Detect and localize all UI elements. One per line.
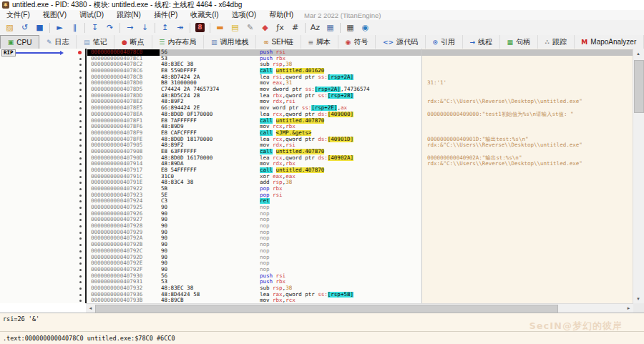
bytes-cell[interactable]: 48:89D9 bbox=[160, 124, 259, 130]
bytes-cell[interactable]: 66:894424 2E bbox=[160, 105, 259, 112]
address-cell[interactable]: 0000000000407928 bbox=[87, 223, 163, 230]
tab-breakpoints[interactable]: ●断点 bbox=[114, 35, 152, 49]
gutter-dot[interactable] bbox=[79, 237, 82, 240]
gutter-dot[interactable] bbox=[79, 82, 82, 84]
disasm-row[interactable]: 0000000000407924C3ret bbox=[0, 198, 633, 205]
address-cell[interactable]: 00000000004078E2 bbox=[87, 99, 163, 105]
gutter-dot[interactable] bbox=[79, 207, 82, 209]
disasm-row[interactable]: 000000000040792A90nop bbox=[0, 235, 633, 242]
disasm-row[interactable]: 00000000004078C153push rbx bbox=[0, 56, 633, 62]
address-cell[interactable]: 0000000000407914 bbox=[87, 161, 163, 167]
gutter-dot[interactable] bbox=[79, 151, 82, 153]
disasm-row[interactable]: 00000000004078FE48:8D0D 18170000lea rcx,… bbox=[0, 137, 633, 143]
comment-cell[interactable] bbox=[422, 198, 633, 205]
gutter-dot[interactable] bbox=[79, 244, 82, 246]
comment-cell[interactable] bbox=[422, 205, 633, 211]
instruction-cell[interactable]: lea rcx,qword ptr ds:[40901D] bbox=[258, 137, 424, 143]
bytes-cell[interactable]: 90 bbox=[160, 211, 259, 217]
instruction-cell[interactable]: ret bbox=[258, 198, 424, 205]
comment-cell[interactable] bbox=[422, 130, 633, 137]
disasm-row[interactable]: 00000000004078D0B8 31000000mov eax,3131:… bbox=[0, 80, 633, 87]
gutter-dot[interactable] bbox=[79, 77, 82, 79]
vertical-scrollbar[interactable]: ▲ ▼ bbox=[633, 49, 644, 303]
address-cell[interactable]: 0000000000407908 bbox=[87, 149, 163, 155]
patches-button[interactable]: ▬ bbox=[213, 21, 227, 34]
gutter-dot[interactable] bbox=[79, 281, 82, 283]
bytes-cell[interactable]: E8 54FFFFFF bbox=[160, 167, 259, 174]
gutter-dot[interactable] bbox=[79, 262, 82, 265]
step-out-button[interactable]: ↓ bbox=[138, 21, 152, 34]
address-cell[interactable]: 0000000000407924 bbox=[87, 198, 163, 205]
gutter-dot[interactable] bbox=[79, 219, 82, 221]
tab-handles[interactable]: ▦句柄 bbox=[500, 35, 538, 49]
gutter-dot[interactable] bbox=[79, 176, 82, 178]
instruction-cell[interactable]: nop bbox=[258, 235, 424, 242]
disasm-row[interactable]: 00000000004078F1E8 7AFFFFFFcall untitled… bbox=[0, 118, 633, 124]
instruction-cell[interactable]: call untitled.401620 bbox=[258, 68, 424, 74]
gutter-dot[interactable] bbox=[79, 114, 82, 116]
address-cell[interactable]: 000000000040792C bbox=[87, 248, 163, 255]
address-cell[interactable]: 0000000000407923 bbox=[87, 192, 163, 199]
instruction-cell[interactable]: nop bbox=[258, 230, 424, 236]
bytes-cell[interactable]: E8 559DFFFF bbox=[160, 68, 259, 74]
bytes-cell[interactable]: C74424 2A 74657374 bbox=[160, 87, 259, 93]
disasm-row[interactable]: 00000000004079235Epop rsi bbox=[0, 192, 633, 199]
gutter-dot[interactable] bbox=[79, 250, 82, 252]
gutter-dot[interactable] bbox=[79, 144, 82, 147]
gutter-dot[interactable] bbox=[79, 95, 82, 97]
address-cell[interactable]: 00000000004078FE bbox=[87, 137, 163, 143]
tab-references[interactable]: ⊙引用 bbox=[426, 35, 463, 49]
gutter-dot[interactable] bbox=[79, 257, 82, 259]
comment-cell[interactable]: 0000000000409000:"test1初始值为%s\n请输入st值: " bbox=[422, 112, 633, 118]
comment-cell[interactable] bbox=[422, 273, 633, 280]
instruction-cell[interactable]: xor eax,eax bbox=[258, 174, 424, 180]
disasm-row[interactable]: 00000000004078CB48:8D7424 2Alea rsi,qwor… bbox=[0, 74, 633, 81]
disasm-row[interactable]: 000000000040792790nop bbox=[0, 217, 633, 223]
vertical-scroll-thumb[interactable] bbox=[634, 60, 644, 113]
menu-item[interactable]: 收藏夹(I) bbox=[184, 10, 225, 20]
tab-notes[interactable]: ▤笔记 bbox=[77, 35, 114, 49]
bytes-cell[interactable]: 90 bbox=[160, 205, 259, 211]
comment-cell[interactable] bbox=[422, 180, 633, 186]
gutter-dot[interactable] bbox=[79, 126, 82, 128]
instruction-cell[interactable]: push rsi bbox=[258, 49, 424, 56]
run-to-user-code-button[interactable]: ↠ bbox=[173, 21, 187, 34]
disasm-row[interactable]: 000000000040792690nop bbox=[0, 211, 633, 217]
bytes-cell[interactable]: 90 bbox=[160, 217, 259, 223]
comment-cell[interactable]: rdx:&"C:\\Users\\Reverse\\Desktop\\untit… bbox=[422, 99, 633, 105]
scroll-up-arrow-icon[interactable]: ▲ bbox=[633, 49, 643, 58]
address-cell[interactable]: 0000000000407936 bbox=[87, 292, 163, 298]
gutter-dot[interactable] bbox=[79, 269, 82, 271]
address-cell[interactable]: 000000000040791E bbox=[87, 180, 163, 186]
calculator-button[interactable]: ▦ bbox=[323, 21, 337, 34]
disasm-row[interactable]: 000000000040793153push rbx bbox=[0, 279, 633, 285]
tab-log[interactable]: ✎日志 bbox=[39, 35, 77, 49]
address-cell[interactable]: 0000000000407929 bbox=[87, 230, 163, 236]
bytes-cell[interactable]: 53 bbox=[160, 56, 259, 62]
bytes-cell[interactable]: 90 bbox=[160, 267, 259, 273]
comment-cell[interactable] bbox=[422, 93, 633, 99]
disasm-row[interactable]: 000000000040790D48:8D0D 16170000lea rcx,… bbox=[0, 155, 633, 162]
bytes-cell[interactable]: E8 7AFFFFFF bbox=[160, 118, 259, 124]
disasm-row[interactable]: 00000000004078C6E8 559DFFFFcall untitled… bbox=[0, 68, 633, 74]
menu-item[interactable]: 插件(P) bbox=[147, 10, 184, 20]
menu-item[interactable]: 调试(D) bbox=[73, 10, 110, 20]
disasm-row[interactable]: 000000000040793056push rsi bbox=[0, 273, 633, 280]
scroll-left-arrow-icon[interactable]: ◄ bbox=[86, 304, 95, 313]
bytes-cell[interactable]: 48:8D0D 0F170000 bbox=[160, 112, 259, 118]
address-cell[interactable]: 00000000004078C2 bbox=[87, 62, 163, 68]
address-cell[interactable]: 00000000004078DD bbox=[87, 93, 163, 99]
disasm-row[interactable]: 000000000040793B48:89CBmov rbx,rcx bbox=[0, 298, 633, 303]
comment-cell[interactable] bbox=[422, 211, 633, 217]
disasm-row[interactable]: 00000000004078DD48:8D5C24 28lea rbx,qwor… bbox=[0, 93, 633, 99]
disasm-row[interactable]: 000000000040791C31C0xor eax,eax bbox=[0, 174, 633, 180]
bytes-cell[interactable]: 48:89CB bbox=[160, 298, 259, 303]
comment-cell[interactable] bbox=[422, 260, 633, 267]
help-globe-button[interactable]: ◉ bbox=[358, 21, 372, 34]
address-cell[interactable]: 0000000000407917 bbox=[87, 167, 163, 174]
tab-seh[interactable]: ∞SEH链 bbox=[256, 35, 301, 49]
instruction-cell[interactable]: sub rsp,38 bbox=[258, 285, 424, 292]
address-cell[interactable]: 0000000000407905 bbox=[87, 142, 163, 149]
disasm-row[interactable]: 000000000040792F90nop bbox=[0, 267, 633, 273]
address-cell[interactable]: 0000000000407922 bbox=[87, 186, 163, 192]
